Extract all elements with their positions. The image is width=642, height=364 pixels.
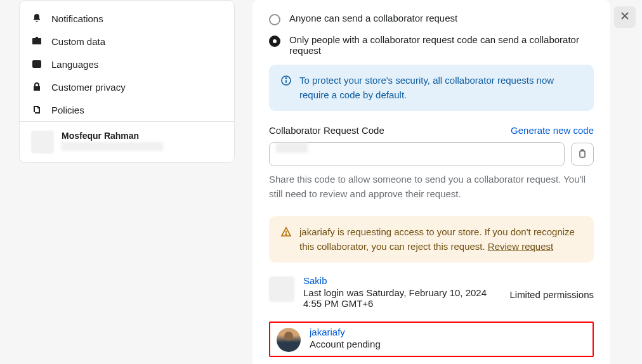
sidebar-item-customer-privacy[interactable]: Customer privacy: [20, 75, 234, 98]
warning-icon: [280, 226, 292, 240]
sidebar-item-policies[interactable]: Policies: [20, 98, 234, 121]
info-text: To protect your store's security, all co…: [299, 74, 582, 102]
account-sub: [62, 142, 163, 151]
avatar: [31, 131, 54, 153]
svg-rect-6: [580, 151, 585, 157]
account-name: Mosfequr Rahman: [62, 131, 163, 141]
code-label: Collaborator Request Code: [269, 125, 384, 136]
sidebar-item-custom-data[interactable]: Custom data: [20, 30, 234, 53]
document-icon: [31, 104, 43, 115]
collaborator-status: Account pending: [310, 339, 586, 349]
clipboard-icon: [577, 148, 587, 160]
lock-icon: [31, 81, 43, 93]
collaborator-row: jakariafy Account pending: [277, 327, 586, 352]
close-icon: [620, 11, 630, 24]
translate-icon: [31, 58, 43, 70]
sidebar-item-label: Custom data: [51, 36, 105, 47]
radio-label: Only people with a collaborator request …: [289, 34, 594, 56]
radio-checked-icon: [269, 36, 280, 47]
close-button[interactable]: [614, 6, 636, 28]
briefcase-icon: [31, 36, 43, 47]
code-input[interactable]: [269, 142, 565, 166]
sidebar-footer[interactable]: Mosfequr Rahman: [20, 121, 234, 162]
help-text: Share this code to allow someone to send…: [269, 172, 594, 201]
svg-point-5: [285, 78, 286, 79]
radio-anyone[interactable]: Anyone can send a collaborator request: [269, 13, 594, 25]
collaborator-row: Sakib Last login was Saturday, February …: [269, 275, 594, 309]
radio-unchecked-icon: [269, 14, 280, 25]
sidebar-item-notifications[interactable]: Notifications: [20, 7, 234, 30]
bell-icon: [31, 13, 43, 24]
copy-button[interactable]: [571, 143, 594, 166]
radio-code-only[interactable]: Only people with a collaborator request …: [269, 34, 594, 56]
sidebar-item-label: Languages: [51, 59, 98, 70]
svg-rect-2: [32, 60, 41, 68]
collaborator-status: Last login was Saturday, February 10, 20…: [303, 287, 501, 309]
sidebar-item-languages[interactable]: Languages: [20, 53, 234, 75]
avatar: [277, 328, 301, 352]
sidebar-item-label: Customer privacy: [51, 82, 126, 93]
sidebar: Notifications Custom data Languages Cust…: [19, 0, 235, 163]
svg-point-8: [285, 234, 286, 235]
warning-banner: jakariafy is requesting access to your s…: [269, 216, 594, 263]
generate-code-link[interactable]: Generate new code: [511, 125, 594, 136]
review-request-link[interactable]: Review request: [488, 241, 553, 252]
avatar: [269, 276, 294, 302]
collaborator-permissions: Limited permissions: [509, 289, 594, 300]
radio-label: Anyone can send a collaborator request: [289, 13, 457, 23]
collaborator-name[interactable]: Sakib: [303, 275, 501, 286]
sidebar-item-label: Policies: [51, 105, 84, 115]
sidebar-item-label: Notifications: [51, 13, 103, 24]
info-icon: [280, 75, 292, 88]
highlighted-collaborator: jakariafy Account pending: [269, 322, 594, 357]
collaborator-panel: Anyone can send a collaborator request O…: [252, 0, 610, 364]
info-banner: To protect your store's security, all co…: [269, 65, 594, 111]
collaborator-name[interactable]: jakariafy: [310, 327, 586, 337]
